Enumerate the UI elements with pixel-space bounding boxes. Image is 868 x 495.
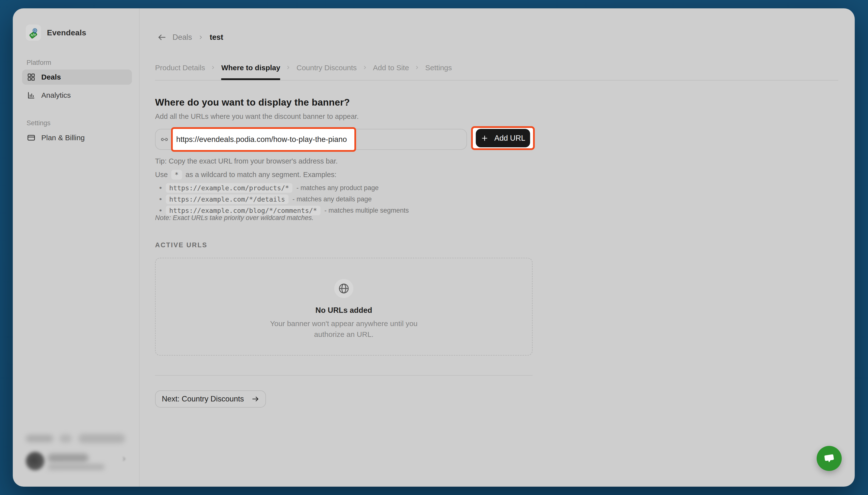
section-divider (155, 375, 533, 376)
plus-icon (481, 134, 489, 142)
example-desc: - matches any details page (292, 195, 372, 203)
tab-country-discounts[interactable]: Country Discounts (296, 64, 357, 72)
empty-state-title: No URLs added (315, 306, 372, 315)
sidebar-item-analytics[interactable]: Analytics (22, 88, 132, 103)
brand: Evendeals (26, 24, 86, 41)
example-desc: - matches multiple segments (324, 207, 409, 214)
globe-icon (334, 279, 354, 298)
chevron-right-icon (210, 65, 216, 70)
empty-state-line2: authorize an URL. (270, 329, 417, 340)
breadcrumb: Deals test (157, 33, 223, 42)
sidebar-item-label: Analytics (41, 91, 71, 99)
arrow-right-icon (251, 395, 259, 403)
bar-chart-icon (27, 91, 35, 99)
grid-icon (27, 73, 35, 81)
breadcrumb-deals-link[interactable]: Deals (173, 33, 192, 42)
evendeals-logo-icon (26, 24, 41, 41)
redacted-plan-pill (78, 434, 125, 443)
example-code: https://example.com/products/* (166, 183, 293, 193)
url-input[interactable] (173, 135, 354, 144)
wildcard-chip: * (171, 170, 182, 180)
annotation-highlight-add-url: Add URL (471, 126, 535, 150)
main-content: Deals test Product Details Where to disp… (140, 8, 855, 487)
active-urls-empty-state: No URLs added Your banner won't appear a… (155, 258, 533, 356)
breadcrumb-current: test (210, 33, 223, 42)
speech-bubble-icon (822, 452, 836, 465)
add-url-label: Add URL (494, 134, 525, 143)
tab-product-details[interactable]: Product Details (155, 64, 205, 72)
page-title: Where do you want to display the banner? (155, 97, 350, 108)
example-row: • https://example.com/*/details - matche… (159, 193, 409, 205)
step-tabs: Product Details Where to display Country… (155, 64, 452, 80)
tabs-divider (155, 80, 838, 81)
bullet-icon: • (159, 206, 162, 215)
next-button-label: Next: Country Discounts (162, 395, 244, 404)
sidebar-item-deals[interactable]: Deals (22, 69, 132, 85)
page-subtitle: Add all the URLs where you want the disc… (155, 113, 359, 121)
active-urls-heading: ACTIVE URLS (155, 241, 208, 249)
sidebar-item-label: Plan & Billing (41, 134, 85, 142)
example-code: https://example.com/blog/*/comments/* (166, 206, 321, 215)
credit-card-icon (27, 134, 35, 142)
chat-widget-button[interactable] (817, 446, 842, 471)
sidebar: Evendeals Platform Deals Analytics Setti… (13, 8, 140, 487)
tab-add-to-site[interactable]: Add to Site (373, 64, 409, 72)
example-code: https://example.com/*/details (166, 194, 289, 204)
bullet-icon: • (159, 184, 162, 192)
tip-text: Tip: Copy the exact URL from your browse… (155, 157, 338, 165)
redacted-badge (60, 434, 72, 443)
tab-where-to-display[interactable]: Where to display (221, 64, 280, 80)
redacted-user-email (48, 464, 105, 470)
bullet-icon: • (159, 195, 162, 203)
empty-state-line1: Your banner won't appear anywhere until … (270, 318, 417, 329)
link-icon (160, 135, 169, 144)
brand-name: Evendeals (47, 28, 86, 37)
chevron-right-icon (198, 34, 204, 40)
sidebar-item-label: Deals (41, 73, 61, 81)
wildcard-hint: Use * as a wildcard to match any segment… (155, 170, 337, 180)
next-country-discounts-button[interactable]: Next: Country Discounts (155, 390, 266, 408)
wildcard-examples: • https://example.com/products/* - match… (159, 182, 409, 216)
sidebar-section-settings: Settings (27, 119, 51, 127)
sidebar-section-platform: Platform (27, 59, 51, 67)
example-row: • https://example.com/products/* - match… (159, 182, 409, 193)
url-input-row: Add URL (155, 126, 536, 153)
chevron-right-icon (414, 65, 420, 70)
wildcard-prefix: Use (155, 171, 168, 179)
redacted-workspace-text (26, 435, 53, 442)
chevron-right-icon (285, 65, 291, 70)
example-desc: - matches any product page (296, 184, 379, 192)
chevron-right-icon (362, 65, 367, 70)
empty-state-description: Your banner won't appear anywhere until … (270, 318, 417, 340)
avatar[interactable] (26, 452, 45, 471)
app-window: Evendeals Platform Deals Analytics Setti… (13, 8, 855, 487)
add-url-button[interactable]: Add URL (476, 129, 530, 147)
annotation-highlight-url-input (171, 127, 356, 152)
profile-chevron-icon[interactable] (121, 456, 127, 462)
redacted-user-name (48, 454, 88, 462)
wildcard-suffix: as a wildcard to match any segment. Exam… (185, 171, 337, 179)
sidebar-item-plan-billing[interactable]: Plan & Billing (22, 130, 132, 146)
back-arrow-icon[interactable] (157, 33, 167, 42)
note-text: Note: Exact URLs take priority over wild… (155, 214, 314, 222)
tab-settings[interactable]: Settings (425, 64, 452, 72)
